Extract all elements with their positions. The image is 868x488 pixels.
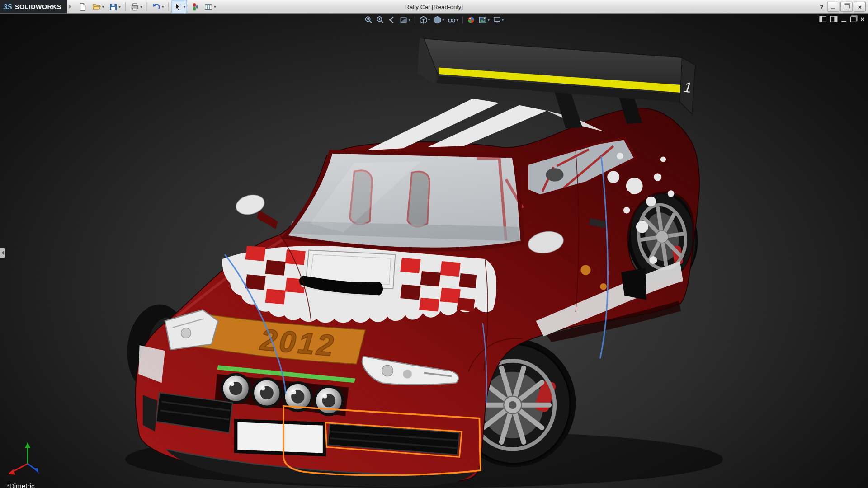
brand-name: SOLIDWORKS <box>15 3 61 10</box>
minimize-button[interactable] <box>827 2 839 12</box>
graphics-viewport[interactable]: ▾ ▾ ▾ ▾ <box>0 13 868 488</box>
chevron-down-icon[interactable]: ▾ <box>140 4 142 9</box>
chevron-down-icon[interactable]: ▾ <box>184 4 186 9</box>
minimize-icon <box>842 21 847 22</box>
document-window-controls: × <box>820 15 865 23</box>
split-left-icon <box>820 16 827 22</box>
edit-appearance-icon <box>467 15 476 24</box>
chevron-down-icon[interactable]: ▾ <box>118 4 121 9</box>
view-orientation-icon <box>419 15 428 24</box>
rebuild-button[interactable] <box>189 0 201 13</box>
display-style-button[interactable]: ▾ <box>432 15 445 25</box>
undo-icon <box>152 2 161 11</box>
select-button[interactable]: ▾ <box>172 0 187 13</box>
chevron-down-icon[interactable]: ▾ <box>214 4 216 9</box>
windshield[interactable] <box>284 152 523 250</box>
chevron-left-icon <box>1 251 4 255</box>
split-left-button[interactable] <box>820 16 827 22</box>
chevron-down-icon[interactable]: ▾ <box>442 18 444 22</box>
section-view-button[interactable]: ▾ <box>398 15 411 25</box>
open-button[interactable]: ▾ <box>90 0 106 13</box>
headrest <box>546 168 563 181</box>
restore-icon <box>844 4 849 9</box>
open-icon <box>92 2 101 11</box>
hood-year-decal: 2012 <box>258 323 337 362</box>
heads-up-view-toolbar: ▾ ▾ ▾ ▾ <box>363 15 505 25</box>
wing-support <box>553 89 582 128</box>
options-button[interactable]: ▾ <box>202 0 217 13</box>
panel-flyout-tab[interactable] <box>0 248 5 258</box>
zoom-to-fit-button[interactable] <box>363 15 374 25</box>
toolbar-separator <box>147 2 147 11</box>
mirror-left <box>234 192 278 229</box>
license-plate <box>236 421 325 455</box>
close-icon: × <box>860 15 864 23</box>
view-orientation-button[interactable]: ▾ <box>418 15 431 25</box>
new-document-button[interactable] <box>76 0 89 13</box>
zoom-to-area-icon <box>376 15 385 24</box>
apply-scene-icon <box>478 15 487 24</box>
3ds-logo-icon: 3S <box>3 3 12 11</box>
title-bar: 3S SOLIDWORKS ▾ <box>0 0 868 14</box>
hood-scoop <box>299 250 395 295</box>
chevron-down-icon[interactable]: ▾ <box>162 4 164 9</box>
display-style-icon <box>433 15 442 24</box>
doc-close-button[interactable]: × <box>860 15 864 23</box>
chevron-down-icon[interactable]: ▾ <box>102 4 104 9</box>
chevron-down-icon[interactable]: ▾ <box>502 18 504 22</box>
reference-triad <box>2 441 52 485</box>
chevron-down-icon[interactable]: ▾ <box>409 18 410 22</box>
zoom-to-area-button[interactable] <box>375 15 386 25</box>
toolbar-separator <box>168 2 169 11</box>
undo-button[interactable]: ▾ <box>150 0 165 13</box>
edit-appearance-button[interactable] <box>466 15 476 25</box>
split-right-button[interactable] <box>830 16 838 22</box>
solidworks-logo: 3S SOLIDWORKS <box>0 0 67 13</box>
help-button[interactable]: ? <box>817 2 826 11</box>
chevron-down-icon[interactable]: ▾ <box>457 18 458 22</box>
options-icon <box>204 2 213 11</box>
brake-duct <box>621 268 646 300</box>
previous-view-button[interactable] <box>387 15 397 25</box>
close-icon: × <box>858 4 862 9</box>
doc-restore-button[interactable] <box>850 16 856 22</box>
previous-view-icon <box>387 15 396 24</box>
split-right-icon <box>830 16 838 22</box>
print-icon <box>130 2 140 11</box>
select-icon <box>174 2 183 11</box>
close-button[interactable]: × <box>854 2 866 12</box>
apply-scene-button[interactable]: ▾ <box>477 15 491 25</box>
doc-minimize-button[interactable] <box>842 16 847 22</box>
hide-show-items-button[interactable]: ▾ <box>446 15 459 25</box>
restore-button[interactable] <box>840 2 853 12</box>
menu-expand-icon[interactable] <box>69 5 71 9</box>
rally-car-model[interactable]: 2012 <box>123 38 723 488</box>
view-settings-icon <box>492 15 501 24</box>
rebuild-icon <box>190 2 199 11</box>
application-window: 3S SOLIDWORKS ▾ <box>0 0 868 488</box>
view-settings-button[interactable]: ▾ <box>491 15 505 25</box>
main-toolbar: ▾ ▾ ▾ <box>76 0 218 13</box>
hud-separator <box>414 16 415 23</box>
view-orientation-label: *Dimetric <box>7 483 35 488</box>
section-view-icon <box>399 15 408 24</box>
window-controls: ? × <box>817 2 868 12</box>
toolbar-separator <box>125 2 126 11</box>
save-button[interactable]: ▾ <box>107 0 123 13</box>
canard <box>143 395 157 432</box>
print-button[interactable]: ▾ <box>128 0 144 13</box>
chevron-down-icon[interactable]: ▾ <box>488 18 490 22</box>
zoom-to-fit-icon <box>364 15 373 24</box>
chevron-down-icon[interactable]: ▾ <box>428 18 430 22</box>
save-icon <box>108 2 118 11</box>
restore-icon <box>850 16 856 22</box>
minimize-icon <box>831 8 835 9</box>
new-document-icon <box>78 2 88 11</box>
hud-separator <box>462 16 462 23</box>
hide-show-items-icon <box>447 15 456 24</box>
viewport-canvas[interactable]: 2012 <box>0 13 868 488</box>
